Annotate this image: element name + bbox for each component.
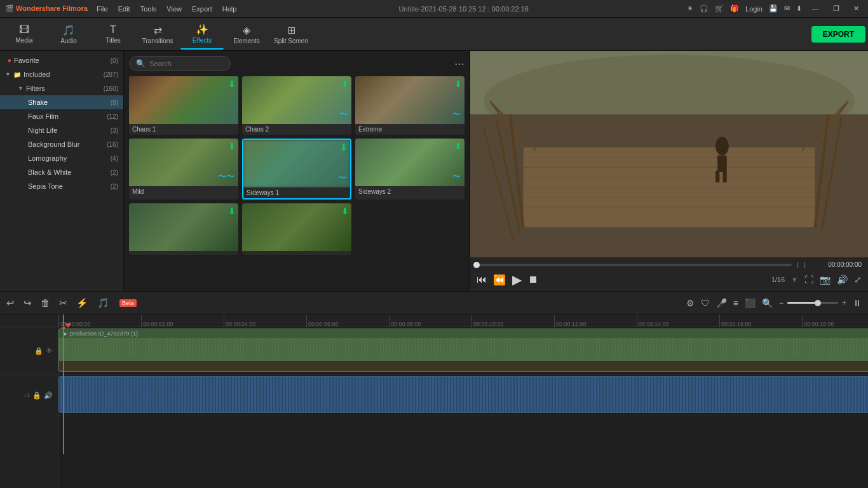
zoom-handle[interactable] (815, 300, 821, 306)
menu-tools[interactable]: Tools (137, 4, 161, 14)
app-logo: 🎬 Wondershare Filmora (5, 4, 88, 13)
fullscreen-icon[interactable]: ⛶ (804, 274, 813, 285)
stop-button[interactable]: ⏹ (528, 274, 538, 285)
sidebar-group-included[interactable]: ▼ 📁 Included (287) (0, 67, 123, 81)
menu-view[interactable]: View (163, 4, 186, 14)
volume-icon[interactable]: 🔊 (837, 274, 848, 285)
zoom-track[interactable] (787, 302, 838, 304)
toolbar-audio[interactable]: 🎵 Audio (47, 19, 90, 50)
gift-icon[interactable]: 🎁 (730, 4, 739, 13)
headphone-icon[interactable]: 🎧 (700, 4, 709, 13)
toolbar-effects[interactable]: ✨ Effects (180, 19, 224, 50)
effect-card-sideways1[interactable]: ⬇ 〜 Sideways 1 (242, 139, 351, 200)
page-indicator: 1/16 (771, 276, 785, 283)
menu-help[interactable]: Help (219, 4, 241, 14)
cart-icon[interactable]: 🛒 (715, 4, 724, 13)
step-back-button[interactable]: ⏮ (477, 274, 487, 285)
effect-card-extreme[interactable]: ⬇ 〜 Extreme (355, 76, 465, 135)
caption-icon[interactable]: ⬛ (745, 298, 756, 308)
lomography-count: (4) (111, 155, 118, 162)
progress-track[interactable] (477, 264, 792, 266)
snapshot-icon[interactable]: 📷 (820, 274, 831, 285)
toolbar-media[interactable]: 🎞 Media (3, 19, 46, 50)
pause-timeline-button[interactable]: ⏸ (853, 298, 862, 308)
toolbar-effects-label: Effects (193, 37, 212, 44)
sidebar-item-bw[interactable]: Black & White (2) (0, 165, 123, 179)
sidebar-item-faux-film[interactable]: Faux Film (12) (0, 109, 123, 123)
preview-panel: { } 00:00:00:00 ⏮ ⏪ ▶ ⏹ 1/16 ▼ ⛶ 📷 🔊 ⤢ (470, 51, 868, 291)
shield-icon[interactable]: 🛡 (701, 298, 710, 308)
sidebar-group-filters[interactable]: ▼ Filters (160) (0, 81, 123, 95)
mic-icon[interactable]: 🎤 (716, 298, 727, 308)
progress-bar-area[interactable]: { } 00:00:00:00 (477, 261, 862, 268)
maximize-button[interactable]: ❐ (829, 4, 843, 13)
effect-card-mild[interactable]: ⬇ 〜〜 Mild (129, 139, 238, 200)
toolbar-transitions-label: Transitions (142, 37, 173, 44)
main-toolbar: 🎞 Media 🎵 Audio T Titles ⇄ Transitions ✨… (0, 18, 868, 51)
mail-icon[interactable]: ✉ (784, 4, 790, 13)
playback-right-controls: 1/16 ▼ ⛶ 📷 🔊 ⤢ (771, 274, 862, 285)
effect-label-7 (129, 251, 238, 255)
sun-icon[interactable]: ☀ (687, 4, 693, 13)
audio-mute-icon[interactable]: 🔊 (44, 391, 53, 400)
audio-clip[interactable] (58, 376, 868, 413)
menu-file[interactable]: File (93, 4, 112, 14)
close-button[interactable]: ✕ (850, 4, 863, 13)
sidebar-item-lomography[interactable]: Lomography (4) (0, 151, 123, 165)
login-button[interactable]: Login (745, 5, 763, 13)
split-button[interactable]: ⚡ (76, 297, 88, 309)
progress-handle[interactable] (473, 262, 480, 268)
video-visibility-icon[interactable]: 👁 (46, 347, 53, 355)
ruler-mark-12: 00:00:12:00 (554, 315, 637, 327)
toolbar-splitscreen[interactable]: ⊞ Split Screen (269, 19, 313, 50)
sidebar-item-night-life[interactable]: Night Life (3) (0, 123, 123, 137)
grid-options-button[interactable]: ⋯ (454, 58, 465, 70)
toolbar-transitions[interactable]: ⇄ Transitions (136, 19, 179, 50)
effect-card-chaos1[interactable]: ⬇ Chaos 1 (129, 76, 238, 135)
effect-card-7[interactable]: ⬇ (129, 203, 238, 255)
settings-icon[interactable]: ⚙ (686, 298, 695, 308)
sidebar-item-shake[interactable]: Shake (8) (0, 95, 123, 109)
effect-card-sideways2[interactable]: ⬇ 〜 Sideways 2 (355, 139, 465, 200)
sidebar-item-favorite[interactable]: ♥ Favorite (0) (0, 53, 123, 67)
zoom-out-icon[interactable]: 🔍 (762, 298, 773, 308)
included-count: (287) (104, 71, 118, 78)
video-track-icon[interactable]: 🔒 (34, 347, 43, 355)
title-text: Untitle-2021-05-28 10 25 12 : 00:00:22:1… (399, 5, 529, 13)
delete-button[interactable]: 🗑 (41, 297, 50, 308)
menu-export[interactable]: Export (188, 4, 216, 14)
audio-button[interactable]: 🎵 (97, 297, 109, 309)
effect-label-chaos1: Chaos 1 (129, 124, 238, 135)
minimize-button[interactable]: — (808, 5, 823, 13)
titlebar-left: 🎬 Wondershare Filmora File Edit Tools Vi… (5, 4, 240, 14)
effect-thumb-sideways1: ⬇ 〜 (243, 140, 350, 187)
effect-card-8[interactable]: ⬇ (242, 203, 351, 255)
menu-edit[interactable]: Edit (114, 4, 134, 14)
video-clip[interactable]: ▶ production ID_4782379 (1) // Generate … (58, 329, 868, 372)
download-icon-chaos2: ⬇ (341, 79, 349, 89)
play-button[interactable]: ▶ (512, 272, 522, 287)
download-icon-7: ⬇ (228, 206, 236, 216)
download-icon[interactable]: ⬇ (796, 4, 802, 13)
undo-button[interactable]: ↩ (6, 297, 15, 309)
cut-button[interactable]: ✂ (59, 297, 67, 309)
playhead[interactable] (63, 315, 64, 327)
save-icon[interactable]: 💾 (769, 4, 778, 13)
search-input[interactable] (149, 60, 213, 67)
sidebar-item-background-blur[interactable]: Background Blur (16) (0, 137, 123, 151)
toolbar-titles[interactable]: T Titles (92, 19, 135, 50)
zoom-plus-button[interactable]: + (842, 299, 846, 308)
toolbar-elements[interactable]: ◈ Elements (225, 19, 268, 50)
redo-button[interactable]: ↪ (24, 297, 32, 309)
frame-back-button[interactable]: ⏪ (493, 274, 506, 286)
export-button[interactable]: EXPORT (811, 26, 865, 43)
search-bar[interactable]: 🔍 (129, 56, 231, 71)
expand-icon[interactable]: ⤢ (854, 274, 862, 285)
timeline-content[interactable]: 00:00:00:00 00:00:02:00 00:00:04:00 00:0… (58, 315, 868, 488)
sidebar-item-sepia[interactable]: Sepia Tone (2) (0, 179, 123, 193)
zoom-minus-button[interactable]: − (779, 299, 783, 308)
audio-lock-icon[interactable]: 🔒 (32, 391, 41, 400)
layers-icon[interactable]: ≡ (733, 298, 738, 308)
effect-card-chaos2[interactable]: ⬇ 〜 Chaos 2 (242, 76, 351, 135)
audio-track-number: ♪1 (24, 392, 30, 398)
